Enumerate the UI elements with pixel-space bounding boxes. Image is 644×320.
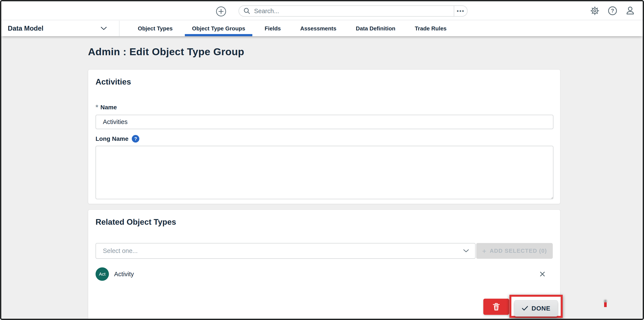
name-label: Name (100, 104, 117, 111)
name-label-row: * Name (96, 103, 553, 111)
remove-object-type-button[interactable] (538, 270, 546, 278)
add-selected-label: ADD SELECTED (0) (490, 248, 547, 254)
close-x-icon (539, 271, 546, 277)
card-header-activities: Activities (96, 78, 553, 86)
search-input[interactable] (250, 8, 454, 15)
module-nav-bar: Data Model Object Types Object Type Grou… (1, 21, 643, 36)
long-name-label-row: Long Name ? (96, 135, 553, 142)
create-new-button[interactable] (216, 6, 226, 16)
search-icon (243, 7, 250, 15)
related-object-type-item: Act Activity (96, 268, 553, 281)
user-menu-button[interactable] (625, 6, 635, 16)
add-object-type-row: Select one... + ADD SELECTED (0) (96, 243, 553, 259)
trash-icon (492, 303, 500, 311)
top-bar: ••• (1, 1, 643, 20)
object-type-group-card: Activities * Name Long Name ? (88, 70, 560, 204)
help-button[interactable]: ? (607, 6, 618, 16)
required-asterisk: * (96, 103, 98, 111)
page-title: Admin : Edit Object Type Group (88, 46, 244, 58)
module-dropdown[interactable]: Data Model (1, 21, 120, 36)
help-icon: ? (608, 6, 618, 16)
gear-icon (590, 6, 600, 16)
name-input[interactable] (96, 115, 554, 129)
global-search: ••• (238, 6, 468, 16)
tab-object-type-groups[interactable]: Object Type Groups (182, 21, 255, 36)
search-options-button[interactable]: ••• (454, 6, 467, 16)
cursor-annotation (604, 300, 607, 308)
object-type-name: Activity (114, 270, 538, 278)
select-placeholder: Select one... (103, 247, 138, 254)
add-selected-button[interactable]: + ADD SELECTED (0) (476, 243, 553, 259)
app-window: ••• (0, 0, 644, 320)
long-name-textarea[interactable] (96, 146, 554, 199)
chevron-down-icon (463, 249, 469, 253)
plus-icon (218, 9, 224, 14)
tab-data-definition[interactable]: Data Definition (346, 21, 405, 36)
user-icon (625, 6, 635, 16)
nav-tabs: Object Types Object Type Groups Fields A… (128, 21, 456, 36)
delete-group-button[interactable] (483, 299, 509, 315)
tab-fields[interactable]: Fields (255, 21, 290, 36)
check-icon (522, 306, 528, 311)
tab-assessments[interactable]: Assessments (290, 21, 346, 36)
long-name-label: Long Name (96, 136, 128, 142)
done-button-label: DONE (532, 305, 550, 312)
top-right-icons: ? (590, 1, 635, 20)
card-header-related: Related Object Types (96, 218, 553, 227)
main-content: Admin : Edit Object Type Group Activitie… (1, 36, 643, 319)
plus-icon: + (482, 247, 486, 255)
object-type-select[interactable]: Select one... (96, 243, 476, 259)
chevron-down-icon (100, 26, 107, 30)
tab-object-types[interactable]: Object Types (128, 21, 182, 36)
tab-trade-rules[interactable]: Trade Rules (405, 21, 456, 36)
svg-text:?: ? (611, 8, 614, 14)
done-button-highlight-annotation: DONE (510, 295, 563, 318)
settings-button[interactable] (590, 6, 600, 16)
long-name-help-icon[interactable]: ? (132, 135, 139, 142)
done-button[interactable]: DONE (514, 300, 558, 316)
object-type-avatar: Act (96, 268, 109, 281)
module-dropdown-label: Data Model (8, 24, 43, 32)
